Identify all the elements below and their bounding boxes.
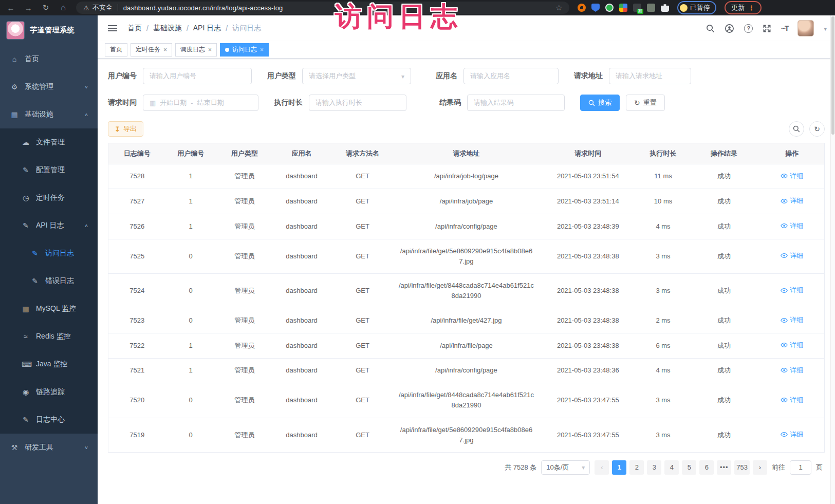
- sidebar-item-scheduled-tasks[interactable]: ◷定时任务: [0, 184, 98, 212]
- user-type-select[interactable]: 请选择用户类型: [302, 68, 411, 84]
- app-logo-row[interactable]: 芋道管理系统: [0, 15, 98, 45]
- cell-actions: 详细: [760, 164, 824, 189]
- close-icon[interactable]: ×: [208, 47, 212, 53]
- next-page-button[interactable]: ›: [753, 460, 767, 475]
- breadcrumb-home[interactable]: 首页: [127, 24, 142, 33]
- cell-user_id: 0: [165, 383, 216, 418]
- cell-actions: 详细: [760, 273, 824, 308]
- cell-time: 2021-05-03 23:47:55: [538, 418, 638, 452]
- sidebar-item-mysql-monitor[interactable]: ▥MySQL 监控: [0, 295, 98, 323]
- sidebar-item-file-management[interactable]: ☁文件管理: [0, 128, 98, 156]
- prev-page-button[interactable]: ‹: [595, 460, 609, 475]
- tab-scheduled-tasks[interactable]: 定时任务×: [131, 43, 172, 57]
- divider: [118, 4, 118, 11]
- browser-back-icon[interactable]: [6, 4, 15, 12]
- translate-extension-icon[interactable]: [633, 4, 641, 12]
- detail-link[interactable]: 详细: [781, 285, 803, 295]
- github-icon[interactable]: [725, 24, 734, 33]
- detail-link[interactable]: 详细: [781, 251, 803, 261]
- sidebar-item-config-management[interactable]: ✎配置管理: [0, 156, 98, 184]
- extension-icon-3[interactable]: [605, 4, 614, 12]
- log-icon: ✎: [22, 221, 30, 230]
- page-button-4[interactable]: 4: [664, 460, 679, 475]
- java-icon: ⌨: [22, 360, 30, 368]
- page-button-2[interactable]: 2: [629, 460, 644, 475]
- browser-forward-icon[interactable]: [24, 4, 33, 12]
- detail-link[interactable]: 详细: [781, 221, 803, 231]
- avatar[interactable]: [797, 20, 814, 36]
- extensions-puzzle-icon[interactable]: [661, 4, 669, 12]
- export-button[interactable]: 导出: [108, 121, 143, 137]
- browser-home-icon[interactable]: [59, 3, 68, 12]
- close-icon[interactable]: ×: [260, 47, 264, 53]
- app-name-input[interactable]: 请输入应用名: [463, 68, 559, 84]
- extension-icon-2[interactable]: [591, 4, 600, 12]
- tab-access-log[interactable]: 访问日志×: [220, 43, 269, 57]
- detail-link[interactable]: 详细: [781, 171, 803, 181]
- toggle-search-button[interactable]: [789, 121, 804, 137]
- reset-button[interactable]: 重置: [626, 95, 665, 111]
- chevron-down-icon[interactable]: [824, 24, 827, 33]
- extension-icon-1[interactable]: [578, 4, 586, 12]
- sidebar-item-java-monitor[interactable]: ⌨Java 监控: [0, 350, 98, 378]
- sidebar-item-system-management[interactable]: ⚙系统管理∨: [0, 73, 98, 101]
- page-list: ‹123456•••753›: [595, 460, 767, 475]
- sidebar-item-access-log[interactable]: ✎访问日志: [0, 239, 98, 267]
- cell-url: /api/infra/file/get/5e8609290e915c4fa8b0…: [395, 418, 538, 452]
- close-icon[interactable]: ×: [163, 47, 167, 53]
- extension-icon-4[interactable]: [619, 4, 627, 12]
- paused-badge[interactable]: 已暂停: [677, 1, 716, 14]
- user-id-input[interactable]: 请输入用户编号: [143, 68, 252, 84]
- page-button-1[interactable]: 1: [612, 460, 626, 475]
- column-header: 用户类型: [216, 143, 273, 164]
- fullscreen-icon[interactable]: [763, 24, 771, 33]
- browser-reload-icon[interactable]: [41, 3, 50, 12]
- sidebar-item-home[interactable]: ⌂首页: [0, 45, 98, 73]
- breadcrumb-infrastructure[interactable]: 基础设施: [153, 24, 182, 33]
- help-icon[interactable]: [744, 24, 753, 33]
- breadcrumb-api-log[interactable]: API 日志: [193, 24, 221, 33]
- page-size-select[interactable]: 10条/页: [541, 460, 590, 475]
- detail-link[interactable]: 详细: [781, 430, 803, 440]
- sidebar-item-api-log[interactable]: ✎API 日志∧: [0, 212, 98, 239]
- cell-app: dashboard: [273, 358, 330, 383]
- search-icon[interactable]: [706, 24, 715, 33]
- sidebar-item-trace[interactable]: ◉链路追踪: [0, 378, 98, 406]
- duration-input[interactable]: 请输入执行时长: [309, 95, 406, 111]
- sidebar-item-dev-tools[interactable]: ⚒研发工具∨: [0, 434, 98, 461]
- tab-home[interactable]: 首页: [105, 43, 127, 57]
- sidebar-item-error-log[interactable]: ✎错误日志: [0, 267, 98, 295]
- sidebar-item-redis-monitor[interactable]: ≈Redis 监控: [0, 323, 98, 350]
- cell-url: /api/infra/file/get/5e8609290e915c4fa8b0…: [395, 239, 538, 273]
- sidebar-item-infrastructure[interactable]: ▦基础设施∧: [0, 101, 98, 128]
- detail-link[interactable]: 详细: [781, 315, 803, 325]
- url-bar[interactable]: 不安全 dashboard.yudao.iocoder.cn/infra/log…: [76, 2, 569, 14]
- tab-schedule-log[interactable]: 调度日志×: [175, 43, 217, 57]
- request-url-input[interactable]: 请输入请求地址: [609, 68, 691, 84]
- sidebar-item-log-center[interactable]: ✎日志中心: [0, 406, 98, 434]
- goto-label: 前往: [772, 463, 785, 472]
- detail-link[interactable]: 详细: [781, 340, 803, 350]
- font-size-icon[interactable]: [781, 24, 788, 32]
- page-scrollbar[interactable]: [830, 15, 835, 504]
- result-code-input[interactable]: 请输入结果码: [467, 95, 565, 111]
- page-button-6[interactable]: 6: [699, 460, 714, 475]
- page-button-5[interactable]: 5: [682, 460, 696, 475]
- request-time-range-picker[interactable]: 开始日期 - 结束日期: [143, 95, 258, 111]
- detail-link[interactable]: 详细: [781, 395, 803, 405]
- scrollbar-thumb[interactable]: [831, 16, 834, 135]
- detail-link[interactable]: 详细: [781, 196, 803, 206]
- page-button-3[interactable]: 3: [647, 460, 661, 475]
- bookmark-star-icon[interactable]: [555, 4, 562, 12]
- security-warning[interactable]: 不安全: [83, 3, 113, 12]
- sidebar-collapse-icon[interactable]: [108, 28, 117, 29]
- search-button[interactable]: 搜索: [580, 95, 620, 111]
- table-row: 75271管理员dashboardGET/api/infra/job/page2…: [108, 189, 824, 214]
- extension-icon-6[interactable]: [647, 4, 655, 12]
- detail-link[interactable]: 详细: [781, 365, 803, 376]
- update-button[interactable]: 更新: [725, 1, 762, 14]
- kebab-menu-icon[interactable]: [748, 4, 755, 12]
- page-button-753[interactable]: 753: [734, 460, 750, 475]
- goto-page-input[interactable]: 1: [790, 460, 811, 475]
- refresh-table-button[interactable]: [809, 121, 825, 137]
